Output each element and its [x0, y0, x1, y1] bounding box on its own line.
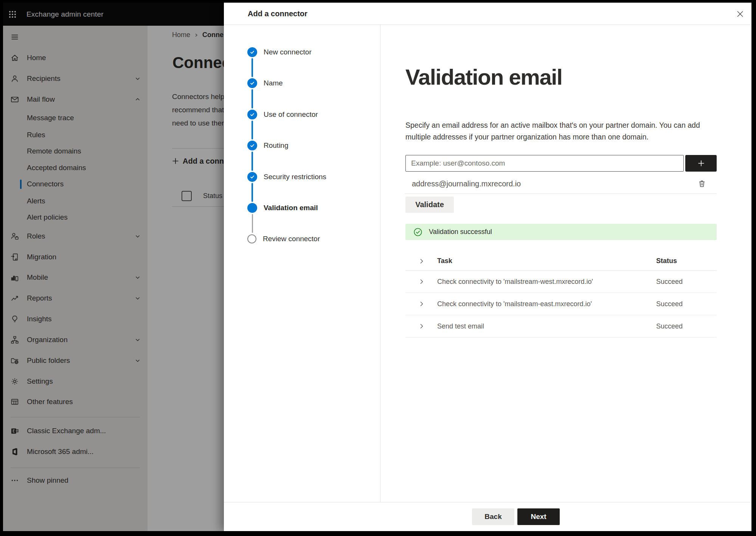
table-row: Send test email Succeed: [405, 315, 717, 338]
step-check-icon: [247, 141, 257, 150]
dialog-footer: Back Next: [224, 502, 751, 531]
chevron-right-icon[interactable]: [418, 300, 426, 308]
step-check-icon: [247, 47, 257, 57]
step-new-connector[interactable]: New connector: [247, 44, 312, 60]
step-description: Specify an email address for an active m…: [405, 119, 708, 143]
step-connector-line: [251, 89, 253, 108]
validation-tasks-table: Task Status Check connectivity to 'mails…: [405, 252, 717, 338]
close-button[interactable]: [735, 9, 745, 19]
task-name: Check connectivity to 'mailstream-west.m…: [437, 278, 656, 286]
step-todo-icon: [247, 234, 256, 243]
add-connector-dialog: Add a connector New connector: [224, 3, 751, 531]
step-check-icon: [247, 172, 257, 182]
dialog-title: Add a connector: [248, 3, 307, 25]
step-connector-line: [251, 121, 253, 139]
step-current-icon: [247, 203, 257, 213]
step-connector-line: [251, 183, 253, 202]
task-status: Succeed: [656, 322, 717, 330]
step-routing[interactable]: Routing: [247, 137, 289, 154]
close-icon: [736, 9, 745, 19]
next-button[interactable]: Next: [517, 508, 560, 525]
trash-icon: [697, 179, 706, 188]
task-status: Succeed: [656, 278, 717, 286]
dialog-header: Add a connector: [224, 3, 751, 25]
step-name[interactable]: Name: [247, 75, 283, 91]
table-row: Check connectivity to 'mailstream-west.m…: [405, 271, 717, 293]
task-status: Succeed: [656, 300, 717, 308]
status-column-header: Status: [656, 257, 717, 265]
added-address-row: address@journaling.mxrecord.io: [405, 177, 717, 191]
task-name: Check connectivity to 'mailstream-east.m…: [437, 300, 656, 308]
validate-button[interactable]: Validate: [405, 197, 454, 213]
step-heading: Validation email: [405, 64, 562, 90]
wizard-steps: New connector Name Use of connector Rout…: [224, 25, 380, 502]
task-column-header: Task: [437, 257, 656, 265]
step-security-restrictions[interactable]: Security restrictions: [247, 169, 326, 185]
step-connector-line: [251, 152, 253, 171]
table-row: Check connectivity to 'mailstream-east.m…: [405, 293, 717, 315]
step-check-icon: [247, 110, 257, 119]
task-name: Send test email: [437, 322, 656, 330]
chevron-right-icon[interactable]: [418, 277, 426, 286]
chevron-right-icon[interactable]: [418, 322, 426, 330]
step-check-icon: [247, 78, 257, 88]
added-address-text: address@journaling.mxrecord.io: [412, 180, 521, 188]
step-connector-line: [251, 58, 253, 77]
email-entry-row: [405, 155, 717, 172]
step-connector-line: [252, 214, 253, 233]
dialog-body: New connector Name Use of connector Rout…: [224, 25, 751, 502]
add-email-button[interactable]: [685, 155, 717, 172]
step-use-of-connector[interactable]: Use of connector: [247, 106, 318, 123]
validation-success-banner: Validation successful: [405, 224, 717, 240]
table-header-row: Task Status: [405, 252, 717, 271]
validation-email-content: Validation email Specify an email addres…: [405, 25, 717, 502]
step-review-connector[interactable]: Review connector: [247, 231, 320, 247]
success-check-icon: [413, 227, 423, 237]
chevron-right-icon[interactable]: [418, 257, 426, 265]
screenshot-frame: Exchange admin center Home Recipients: [0, 0, 756, 536]
delete-address-button[interactable]: [697, 178, 707, 189]
banner-message: Validation successful: [429, 228, 492, 236]
step-validation-email[interactable]: Validation email: [247, 200, 318, 216]
section-divider: [405, 194, 717, 194]
plus-icon: [697, 159, 706, 168]
exchange-admin-window: Exchange admin center Home Recipients: [3, 3, 751, 531]
back-button[interactable]: Back: [472, 508, 514, 525]
email-address-input[interactable]: [405, 155, 684, 172]
